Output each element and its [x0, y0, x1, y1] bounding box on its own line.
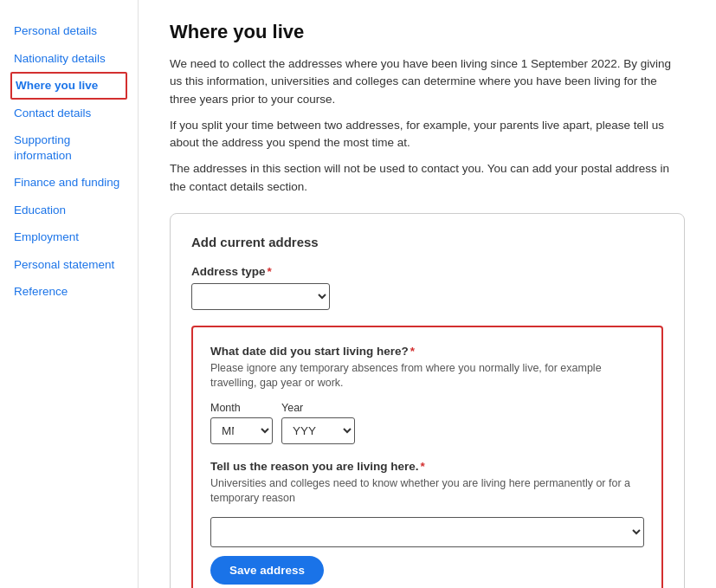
sidebar-item-where-you-live[interactable]: Where you live	[10, 72, 127, 100]
year-label: Year	[281, 402, 355, 414]
reason-question-label: Tell us the reason you are living here.*	[210, 460, 644, 473]
sidebar-item-finance-and-funding[interactable]: Finance and funding	[10, 169, 127, 197]
date-inputs: Month MM 01 02 03 04 05 06 07 08 09	[210, 402, 644, 444]
sidebar: Personal detailsNationality detailsWhere…	[0, 0, 139, 588]
sidebar-item-supporting-information[interactable]: Supporting information	[10, 126, 127, 169]
date-reason-section: What date did you start living here?* Pl…	[191, 326, 663, 588]
main-content: Where you live We need to collect the ad…	[139, 0, 716, 588]
date-hint: Please ignore any temporary absences fro…	[210, 361, 644, 391]
reason-select[interactable]: Permanently Temporarily	[210, 517, 644, 547]
required-star: *	[268, 265, 272, 278]
page-title: Where you live	[170, 21, 685, 43]
sidebar-item-nationality-details[interactable]: Nationality details	[10, 45, 127, 73]
year-field: Year YYYY 2022 2023 2024 2025	[281, 402, 355, 444]
month-field: Month MM 01 02 03 04 05 06 07 08 09	[210, 402, 273, 444]
description-1: We need to collect the addresses where y…	[170, 55, 685, 108]
sidebar-item-personal-statement[interactable]: Personal statement	[10, 251, 127, 279]
sidebar-item-contact-details[interactable]: Contact details	[10, 100, 127, 127]
reason-group: Tell us the reason you are living here.*…	[210, 460, 644, 547]
save-address-button[interactable]: Save address	[210, 556, 324, 585]
description-2: If you split your time between two addre…	[170, 117, 685, 152]
description-3: The addresses in this section will not b…	[170, 160, 685, 196]
reason-hint: Universities and colleges need to know w…	[210, 476, 644, 507]
address-type-label: Address type*	[191, 265, 663, 278]
sidebar-item-education[interactable]: Education	[10, 197, 127, 224]
reason-required-star: *	[421, 460, 425, 473]
address-type-group: Address type*	[191, 265, 663, 310]
date-required-star: *	[410, 345, 415, 358]
start-date-group: What date did you start living here?* Pl…	[210, 345, 644, 444]
sidebar-item-employment[interactable]: Employment	[10, 223, 127, 251]
address-type-select[interactable]	[191, 283, 330, 310]
year-select[interactable]: YYYY 2022 2023 2024 2025	[281, 417, 355, 444]
month-label: Month	[210, 402, 273, 414]
card-title: Add current address	[191, 235, 663, 249]
sidebar-item-reference[interactable]: Reference	[10, 278, 127, 306]
sidebar-item-personal-details[interactable]: Personal details	[10, 17, 127, 45]
date-question-label: What date did you start living here?*	[210, 345, 644, 358]
add-current-address-card: Add current address Address type* What d…	[170, 213, 685, 588]
month-select[interactable]: MM 01 02 03 04 05 06 07 08 09 10 11	[210, 417, 273, 444]
